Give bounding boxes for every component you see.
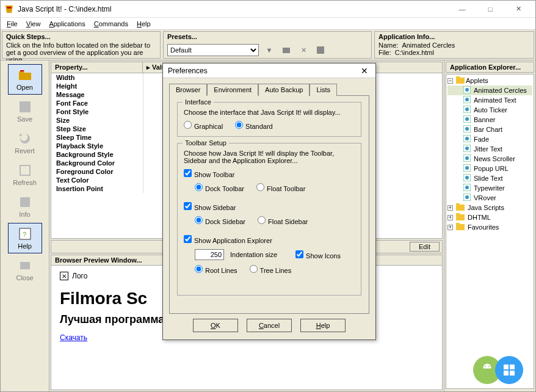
sidebar-refresh[interactable]: Refresh — [8, 159, 42, 190]
preview-download-link[interactable]: Скачать — [60, 333, 87, 342]
folder-icon — [456, 76, 465, 85]
svg-rect-35 — [456, 203, 460, 206]
dialog-close-button[interactable]: ✕ — [358, 65, 371, 77]
applet-icon — [463, 135, 471, 143]
property-name: Sleep Time — [51, 133, 143, 142]
svg-point-41 — [488, 366, 490, 367]
radio-float-sidebar[interactable]: Float Sidebar — [258, 216, 308, 225]
ok-button[interactable]: OK — [193, 319, 238, 332]
preview-logo-label: Лого — [72, 272, 87, 280]
quicksteps-header: Quick Steps... — [6, 33, 156, 42]
maximize-button[interactable]: □ — [477, 2, 504, 16]
sidebar-save[interactable]: Save — [8, 96, 42, 126]
presets-header: Presets... — [167, 33, 368, 42]
menu-file[interactable]: File — [3, 19, 21, 29]
svg-rect-43 — [510, 365, 515, 369]
help-button[interactable]: Help — [300, 319, 346, 332]
tree-item[interactable]: Auto Ticker — [447, 105, 532, 115]
tree-item[interactable]: Bar Chart — [447, 125, 532, 134]
tree-item[interactable]: Jitter Text — [447, 144, 532, 154]
menu-view[interactable]: View — [23, 19, 45, 29]
preset-delete-icon[interactable]: ✕ — [297, 43, 310, 57]
menu-commands[interactable]: Commands — [90, 19, 132, 29]
expander-icon[interactable]: − — [447, 78, 453, 84]
sidebar-close[interactable]: Close — [8, 255, 42, 285]
chk-show-sidebar[interactable]: Show Sidebar — [184, 202, 236, 211]
tree-item[interactable]: VRover — [447, 193, 532, 203]
property-name: Height — [51, 82, 143, 90]
svg-rect-4 — [20, 197, 30, 207]
preset-open-icon[interactable] — [280, 43, 293, 57]
svg-rect-42 — [504, 365, 509, 369]
expander-icon[interactable]: + — [447, 205, 453, 211]
tree-item[interactable]: Popup URL — [447, 164, 532, 173]
property-name: Text Color — [51, 176, 143, 184]
svg-point-31 — [465, 186, 469, 189]
minimize-button[interactable]: — — [449, 2, 476, 16]
svg-rect-3 — [20, 165, 30, 175]
tree-item[interactable]: Animated Cercles — [447, 85, 532, 95]
appinfo-file-label: File: — [378, 49, 391, 56]
radio-standard[interactable]: Standard — [235, 121, 273, 130]
tab-lists[interactable]: Lists — [310, 84, 337, 96]
tree-item[interactable]: Typewriter — [447, 183, 532, 193]
preferences-dialog: Preferences ✕ Browser Environment Auto B… — [162, 63, 376, 340]
expander-icon[interactable]: + — [447, 225, 453, 230]
sidebar-help[interactable]: ?Help — [8, 223, 42, 253]
help-icon: ? — [18, 227, 32, 241]
tree-folder[interactable]: +DHTML — [447, 212, 532, 222]
radio-graphical[interactable]: Graphical — [184, 121, 223, 130]
tree-item[interactable]: Animated Text — [447, 95, 532, 105]
appinfo-file-value: C:\index.html — [395, 49, 434, 56]
tab-autobackup[interactable]: Auto Backup — [258, 84, 310, 96]
radio-tree-lines[interactable]: Tree Lines — [250, 265, 292, 274]
sidebar-revert[interactable]: Revert — [8, 128, 42, 158]
property-name: Foreground Color — [51, 167, 143, 176]
property-name: Message — [51, 90, 143, 99]
close-button[interactable]: ✕ — [505, 2, 532, 16]
propgrid-col-property[interactable]: Property... — [51, 62, 143, 73]
preset-down-icon[interactable]: ▼ — [263, 43, 276, 57]
tab-browser[interactable]: Browser — [169, 84, 207, 96]
tree-item[interactable]: Banner — [447, 115, 532, 125]
chk-show-explorer[interactable]: Show Application Explorer — [184, 235, 272, 244]
indent-input[interactable] — [195, 249, 224, 260]
tree-folder[interactable]: +Favourites — [447, 222, 532, 232]
tree-item[interactable]: Fade — [447, 134, 532, 144]
tree-root-applets[interactable]: −Applets — [447, 76, 532, 85]
preset-save-icon[interactable] — [314, 43, 327, 57]
radio-float-toolbar[interactable]: Float Toolbar — [256, 183, 305, 192]
svg-text:?: ? — [23, 231, 26, 238]
applet-icon — [463, 145, 471, 153]
windows-icon — [495, 356, 523, 384]
cancel-button[interactable]: Cancel — [247, 319, 292, 332]
tab-environment[interactable]: Environment — [207, 84, 258, 96]
property-name: Size — [51, 116, 143, 125]
property-name: Step Size — [51, 125, 143, 133]
sidebar-open[interactable]: Open — [8, 64, 42, 95]
applet-icon — [463, 125, 471, 134]
chk-show-icons[interactable]: Show Icons — [295, 250, 341, 260]
explorer-header: Application Explorer... — [446, 62, 534, 73]
expander-icon[interactable]: + — [447, 215, 453, 220]
radio-dock-toolbar[interactable]: Dock Toolbar — [195, 183, 244, 192]
svg-rect-2 — [20, 101, 31, 112]
presets-select[interactable]: Default — [167, 44, 259, 56]
svg-point-17 — [465, 117, 469, 121]
radio-dock-sidebar[interactable]: Dock Sidebar — [195, 216, 245, 225]
refresh-icon — [18, 163, 32, 178]
tree-folder[interactable]: +Java Scripts — [447, 203, 532, 212]
menu-applications[interactable]: Applications — [45, 19, 89, 29]
interface-legend: Interface — [183, 98, 214, 106]
toolbar-desc: Choose how Java Script It! will display … — [184, 150, 355, 164]
sidebar-info[interactable]: Info — [8, 191, 42, 222]
radio-root-lines[interactable]: Root Lines — [195, 265, 237, 274]
edit-button[interactable]: Edit — [410, 242, 440, 252]
menu-help[interactable]: Help — [133, 19, 154, 29]
applet-icon — [463, 154, 471, 163]
applet-icon — [463, 106, 471, 114]
chk-show-toolbar[interactable]: Show Toolbar — [184, 169, 234, 178]
tree-item[interactable]: Slide Text — [447, 173, 532, 183]
close-folder-icon — [18, 258, 32, 273]
tree-item[interactable]: News Scroller — [447, 154, 532, 164]
